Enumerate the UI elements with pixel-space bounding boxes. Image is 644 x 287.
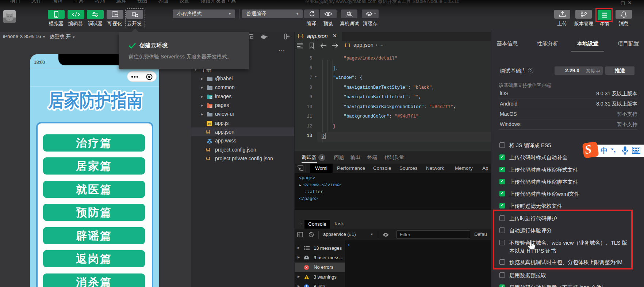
svg-text:居家防护指南: 居家防护指南 <box>48 90 142 111</box>
svg-text:JS: JS <box>207 122 211 126</box>
